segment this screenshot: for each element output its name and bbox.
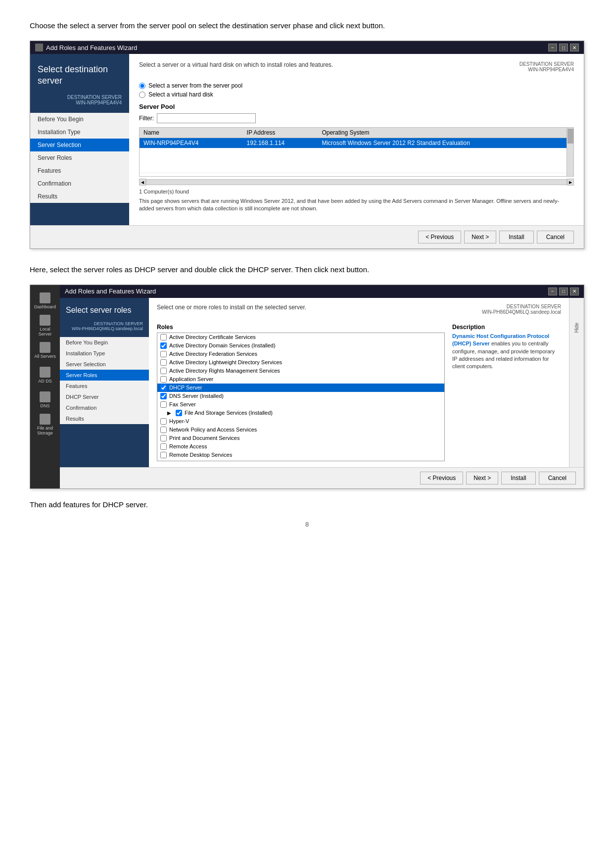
wizard1-radio-vhd[interactable]: Select a virtual hard disk <box>139 91 574 98</box>
intro-paragraph-1: Choose the select a server from the serv… <box>30 20 584 32</box>
list-item[interactable]: Active Directory Domain Services (Instal… <box>157 341 444 350</box>
role-checkbox-1[interactable] <box>160 342 167 349</box>
wizard2-next-btn[interactable]: Next > <box>466 472 498 484</box>
wizard1-dest-info: DESTINATION SERVER WIN-NRP94PEA4V4 <box>30 92 129 113</box>
role-checkbox-7[interactable] <box>160 393 167 399</box>
role-checkbox-9[interactable] <box>176 410 182 416</box>
wizard1-close-btn[interactable]: ✕ <box>570 44 579 51</box>
list-item[interactable]: Print and Document Services <box>157 434 444 442</box>
wizard2-cancel-btn[interactable]: Cancel <box>539 472 576 484</box>
wizard2-nav-dhcp-server[interactable]: DHCP Server <box>60 391 149 402</box>
server-os-cell: Microsoft Windows Server 2012 R2 Standar… <box>318 138 573 148</box>
list-item[interactable]: Remote Access <box>157 442 444 451</box>
wizard2-restore-btn[interactable]: □ <box>559 288 568 295</box>
wizard1-restore-btn[interactable]: □ <box>559 44 568 51</box>
wizard2-install-btn[interactable]: Install <box>501 472 535 484</box>
sidebar-item-confirmation[interactable]: Confirmation <box>30 177 129 190</box>
sidebar-item-results[interactable]: Results <box>30 190 129 203</box>
role-checkbox-14[interactable] <box>160 452 167 458</box>
sidebar-item-server-selection[interactable]: Server Selection <box>30 139 129 151</box>
wizard1-cancel-btn[interactable]: Cancel <box>537 231 574 243</box>
vertical-scrollbar[interactable] <box>567 128 573 176</box>
wizard1-titlebar: Add Roles and Features Wizard − □ ✕ <box>30 41 584 54</box>
role-checkbox-8[interactable] <box>160 401 167 408</box>
role-checkbox-5[interactable] <box>160 376 167 383</box>
list-item[interactable]: Application Server <box>157 375 444 384</box>
os-nav-dashboard[interactable]: Dashboard <box>34 290 56 312</box>
os-nav-local-server[interactable]: Local Server <box>34 315 56 337</box>
wizard2-nav-before-you-begin[interactable]: Before You Begin <box>60 337 149 348</box>
list-item[interactable]: Remote Desktop Services <box>157 451 444 459</box>
role-checkbox-2[interactable] <box>160 351 167 357</box>
wizard1-server-pool-label: Server Pool <box>139 103 574 110</box>
list-item[interactable]: DNS Server (Installed) <box>157 392 444 400</box>
wizard1-controls: − □ ✕ <box>548 44 579 51</box>
wizard1-dest-value: WIN-NRP94PEA4V4 <box>38 100 122 105</box>
wizard2-nav-confirmation[interactable]: Confirmation <box>60 402 149 413</box>
role-label-1: Active Directory Domain Services (Instal… <box>169 342 276 348</box>
wizard1-install-btn[interactable]: Install <box>499 231 533 243</box>
wizard1-radio-server-pool-input[interactable] <box>139 83 145 89</box>
wizard2-close-btn[interactable]: ✕ <box>570 288 579 295</box>
col-ip: IP Address <box>243 128 318 138</box>
os-nav-file-store[interactable]: File and Storage <box>34 414 56 435</box>
table-row[interactable]: WIN-NRP94PEA4V4 192.168.1.114 Microsoft … <box>140 138 573 148</box>
role-label-5: Application Server <box>169 376 213 382</box>
dashboard-icon <box>40 292 50 303</box>
list-item[interactable]: Active Directory Lightweight Directory S… <box>157 358 444 367</box>
list-item[interactable]: Network Policy and Access Services <box>157 426 444 434</box>
wizard1-radio-server-pool[interactable]: Select a server from the server pool <box>139 82 574 89</box>
list-item[interactable]: Active Directory Federation Services <box>157 350 444 358</box>
wizard2-nav-installation-type[interactable]: Installation Type <box>60 348 149 359</box>
wizard1-content: Select a server or a virtual hard disk o… <box>129 54 584 225</box>
intro-paragraph-2: Here, select the server roles as DHCP se… <box>30 264 584 276</box>
sidebar-item-server-roles[interactable]: Server Roles <box>30 151 129 164</box>
list-item[interactable]: Active Directory Certificate Services <box>157 333 444 341</box>
wizard2-minimize-btn[interactable]: − <box>548 288 557 295</box>
sidebar-item-before-you-begin[interactable]: Before You Begin <box>30 113 129 126</box>
role-checkbox-12[interactable] <box>160 435 167 441</box>
wizard1-filter-row: Filter: <box>139 113 574 123</box>
wizard1-radio-vhd-input[interactable] <box>139 92 145 98</box>
wizard2-nav-results[interactable]: Results <box>60 413 149 424</box>
scroll-left-btn[interactable]: ◀ <box>139 179 146 186</box>
wizard1-filter-input[interactable] <box>157 113 256 123</box>
os-nav-dashboard-label: Dashboard <box>34 304 56 309</box>
role-label-10: Hyper-V <box>169 418 189 424</box>
expand-arrow-icon: ▶ <box>167 410 171 416</box>
role-checkbox-11[interactable] <box>160 427 167 433</box>
os-nav-dns[interactable]: DNS <box>34 389 56 411</box>
role-checkbox-0[interactable] <box>160 334 167 340</box>
list-item[interactable]: Fax Server <box>157 400 444 409</box>
wizard1-title-icon <box>35 44 43 51</box>
wizard2-nav-server-roles[interactable]: Server Roles <box>60 370 149 381</box>
role-checkbox-3[interactable] <box>160 359 167 366</box>
sidebar-item-features[interactable]: Features <box>30 164 129 177</box>
wizard2-nav-features[interactable]: Features <box>60 381 149 391</box>
list-item[interactable]: Active Directory Rights Management Servi… <box>157 367 444 375</box>
wizard2-nav-server-selection[interactable]: Server Selection <box>60 359 149 370</box>
list-item[interactable]: ▶ File And Storage Services (Installed) <box>157 409 444 417</box>
wizard1-dest-label2: DESTINATION SERVER <box>520 61 574 67</box>
wizard2-previous-btn[interactable]: < Previous <box>420 472 463 484</box>
wizard1-previous-btn[interactable]: < Previous <box>418 231 461 243</box>
role-checkbox-6[interactable] <box>160 385 167 391</box>
wizard1-next-btn[interactable]: Next > <box>464 231 496 243</box>
role-label-11: Network Policy and Access Services <box>169 427 257 433</box>
hide-panel[interactable]: Hide <box>569 298 584 467</box>
os-nav-ad-ds[interactable]: AD DS <box>34 364 56 386</box>
wizard1-nav: Before You Begin Installation Type Serve… <box>30 113 129 203</box>
scroll-right-btn[interactable]: ▶ <box>567 179 574 186</box>
roles-listbox[interactable]: Active Directory Certificate Services Ac… <box>157 333 445 461</box>
list-item[interactable]: DHCP Server <box>157 384 444 392</box>
list-item[interactable]: Hyper-V <box>157 417 444 426</box>
role-checkbox-4[interactable] <box>160 368 167 374</box>
role-checkbox-13[interactable] <box>160 443 167 450</box>
os-nav-all-servers[interactable]: All Servers <box>34 339 56 361</box>
wizard1-minimize-btn[interactable]: − <box>548 44 557 51</box>
sidebar-item-installation-type[interactable]: Installation Type <box>30 126 129 139</box>
wizard1-body: Select destination server DESTINATION SE… <box>30 54 584 225</box>
col-name: Name <box>140 128 243 138</box>
role-checkbox-10[interactable] <box>160 418 167 425</box>
wizard2-sidebar: Select server roles DESTINATION SERVER W… <box>60 298 149 467</box>
